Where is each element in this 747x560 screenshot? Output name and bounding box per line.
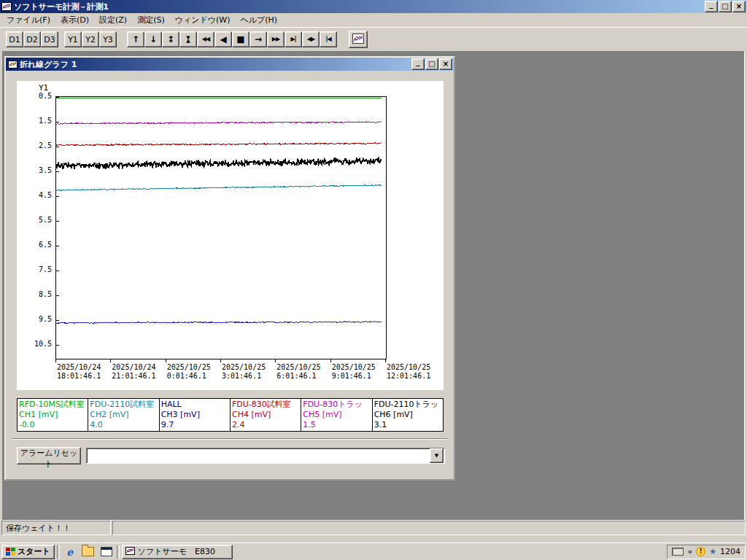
- toolbar-button-d3[interactable]: D3: [41, 31, 58, 47]
- legend-device: FDU-2110トラッ: [374, 400, 441, 410]
- x-tick-mark: [330, 359, 331, 362]
- start-button[interactable]: スタート: [1, 545, 55, 559]
- tray-collapse-chevron[interactable]: «: [687, 548, 692, 556]
- menu-item[interactable]: ファイル(F): [1, 13, 55, 27]
- ime-keyboard-icon[interactable]: [672, 548, 684, 556]
- taskbar-separator: [57, 545, 60, 559]
- desktop-quicklaunch-button[interactable]: [98, 545, 115, 559]
- folder-quicklaunch-button[interactable]: [80, 545, 96, 559]
- y-tick-label: 4.5: [17, 190, 52, 201]
- toolbar-button-skip-to-end[interactable]: ▶|: [285, 31, 302, 47]
- toolbar-button-expand-horizontal[interactable]: ◀▶: [302, 31, 320, 47]
- x-tick-time: 0:01:46.1: [167, 372, 214, 381]
- status-panel-secondary: [112, 521, 746, 535]
- toolbar-button-fast-rewind[interactable]: ◀◀: [197, 31, 214, 47]
- ie-quicklaunch-button[interactable]: e: [62, 545, 78, 559]
- menu-item[interactable]: 設定(Z): [94, 13, 132, 27]
- toolbar-button-step-forward[interactable]: →: [249, 31, 267, 47]
- toolbar-button-fit-vertical[interactable]: ↕: [162, 31, 179, 47]
- hourglass-bottom: ▲: [186, 39, 190, 43]
- combobox-dropdown-button[interactable]: ▼: [430, 448, 444, 463]
- toolbar-button-step-back[interactable]: ◀: [214, 31, 232, 47]
- toolbar-button-stop[interactable]: ■: [232, 31, 249, 47]
- toolbar-button-y2[interactable]: Y2: [82, 31, 99, 47]
- hourglass-icon: ▼▲: [186, 36, 190, 43]
- x-tick-time: 12:01:46.1: [387, 372, 433, 381]
- legend-value: 9.7: [161, 420, 228, 430]
- graph-close-button[interactable]: ×: [439, 58, 452, 70]
- alarm-combobox[interactable]: ▼: [86, 448, 445, 464]
- legend-device: HALL: [161, 400, 228, 410]
- toolbar-button-skip-to-start[interactable]: |◀: [320, 31, 337, 47]
- legend-device: FDU-830試料室: [232, 400, 299, 410]
- windows-logo-icon: [6, 548, 15, 556]
- x-tick-mark: [220, 359, 221, 362]
- y-tick-label: 10.5: [17, 339, 52, 349]
- x-tick-date: 2025/10/25: [332, 363, 379, 372]
- step-back-icon: ◀: [220, 35, 226, 44]
- app-titlebar[interactable]: ソフトサーモ計測－計測1 _ □ ×: [0, 0, 747, 13]
- toolbar-button-y1[interactable]: Y1: [64, 31, 82, 47]
- legend-device: RFD-10MS試料室: [19, 400, 86, 410]
- graph-window-title: 折れ線グラフ 1: [20, 59, 409, 70]
- y-tick-label: 7.5: [17, 265, 52, 275]
- toolbar-button-scroll-up[interactable]: ↑: [127, 31, 144, 47]
- y-tick-label: 0.5: [17, 91, 52, 101]
- x-tick-mark: [110, 359, 111, 362]
- toolbar-data-group: D1D2D3: [6, 31, 58, 47]
- taskbar-app-label: ソフトサーモ E830: [138, 546, 215, 557]
- graph-window-content: Y1 0.51.52.53.54.55.56.57.58.59.510.5 20…: [6, 71, 454, 479]
- close-button[interactable]: ×: [732, 1, 746, 12]
- show-desktop-icon: [101, 547, 112, 556]
- toolbar-button-d2[interactable]: D2: [23, 31, 41, 47]
- maximize-button[interactable]: □: [719, 1, 732, 12]
- legend-cell: FDU-2110トラッCH6 [mV]3.1: [372, 398, 444, 432]
- graph-button[interactable]: [349, 31, 368, 48]
- graph-window-titlebar[interactable]: 折れ線グラフ 1 _ □ ×: [6, 58, 454, 71]
- menu-item[interactable]: 表示(D): [55, 13, 94, 27]
- alert-tray-icon[interactable]: !: [696, 547, 705, 556]
- y-tick-labels: 0.51.52.53.54.55.56.57.58.59.510.5: [17, 81, 53, 390]
- status-message: 保存ウェイト！！: [1, 521, 111, 535]
- menu-item[interactable]: ヘルプ(H): [235, 13, 282, 27]
- toolbar-button-fast-forward[interactable]: ▶▶: [267, 31, 285, 47]
- toolbar-button-hourglass[interactable]: ▼▲: [179, 31, 197, 47]
- legend-value: -0.0: [19, 420, 86, 430]
- menu-item[interactable]: ウィンドウ(W): [170, 13, 236, 27]
- toolbar-axis-group: Y1Y2Y3: [64, 31, 117, 47]
- star-tray-icon[interactable]: ★: [709, 548, 716, 556]
- chart-panel: Y1 0.51.52.53.54.55.56.57.58.59.510.5 20…: [17, 81, 444, 390]
- toolbar-button-scroll-down[interactable]: ↓: [144, 31, 162, 47]
- x-tick-time: 3:01:46.1: [222, 372, 268, 381]
- graph-window-icon: [7, 60, 18, 69]
- minimize-button[interactable]: _: [705, 1, 718, 12]
- graph-minimize-button[interactable]: _: [411, 58, 425, 70]
- trace-ch6: [56, 159, 382, 168]
- minimize-icon: _: [417, 58, 420, 66]
- fit-vertical-icon: ↕: [167, 35, 174, 44]
- x-tick-time: 6:01:46.1: [276, 372, 323, 381]
- x-tick-date: 2025/10/25: [387, 363, 433, 372]
- toolbar-button-d1[interactable]: D1: [6, 31, 23, 47]
- graph-maximize-button[interactable]: □: [425, 58, 438, 70]
- legend-device: FDU-830トラッ: [303, 400, 370, 410]
- taskbar-app-button[interactable]: ソフトサーモ E830: [122, 545, 233, 559]
- x-tick-mark: [55, 359, 56, 362]
- legend-cell: FDU-830トラッCH5 [mV]1.5: [301, 398, 372, 432]
- y-tick-label: 1.5: [17, 116, 52, 126]
- taskbar: スタート e ソフトサーモ E830 « ! ★ 1204: [0, 542, 747, 560]
- toolbar-nav-group: ↑↓↕▼▲◀◀◀■→▶▶▶|◀▶|◀: [127, 31, 337, 47]
- legend-channel: CH2 [mV]: [90, 410, 157, 420]
- alarm-reset-button[interactable]: アラームリセット: [17, 447, 81, 464]
- menu-item[interactable]: 測定(S): [132, 13, 170, 27]
- x-tick-time: 9:01:46.1: [332, 372, 379, 381]
- alert-glyph: !: [700, 548, 703, 555]
- legend-value: 4.0: [90, 420, 157, 430]
- toolbar-button-y3[interactable]: Y3: [99, 31, 117, 47]
- mdi-area: 折れ線グラフ 1 _ □ × Y1 0.51.52.53.54.55.56.57…: [2, 51, 745, 521]
- fast-forward-icon: ▶▶: [272, 36, 279, 42]
- legend-channel: CH6 [mV]: [374, 410, 441, 420]
- x-tick-date: 2025/10/25: [167, 363, 214, 372]
- legend-device: FDU-2110試料室: [90, 400, 157, 410]
- plot-area[interactable]: [55, 96, 387, 359]
